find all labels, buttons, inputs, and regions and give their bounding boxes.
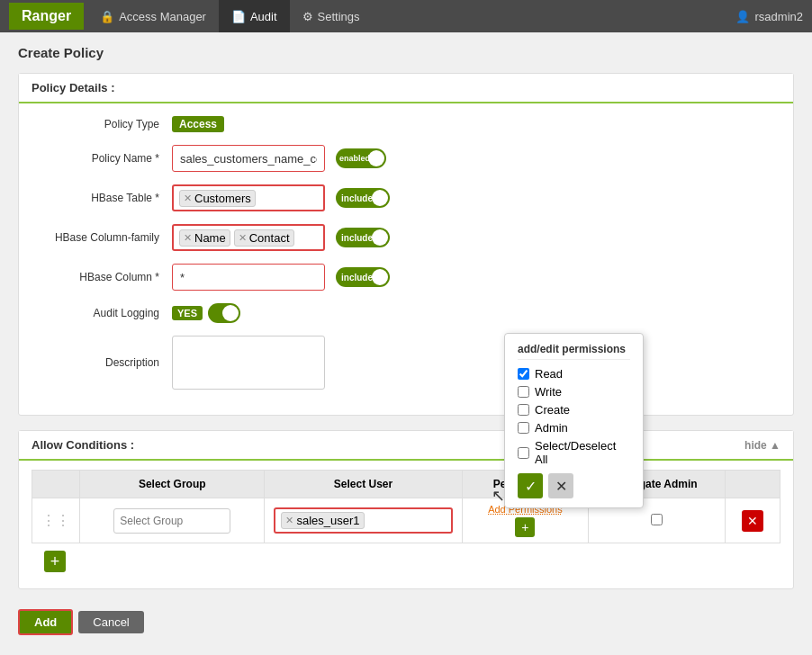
audit-logging-row: Audit Logging YES [37,303,775,323]
cancel-button[interactable]: Cancel [78,611,143,633]
audit-logging-toggle-group: YES [172,303,240,323]
table-row: ⋮⋮ ✕ sales_user1 [32,498,780,543]
hbase-table-label: HBase Table * [37,192,172,204]
admin-checkbox[interactable] [518,422,529,434]
hbase-column-row: HBase Column * include [37,264,775,291]
popup-select-deselect-row: Select/Deselect All [518,439,630,466]
select-group-cell [80,498,265,543]
read-checkbox[interactable] [518,368,529,380]
brand-logo[interactable]: Ranger [9,3,84,30]
policy-name-label: Policy Name * [37,152,172,165]
lock-icon: 🔒 [100,10,114,23]
description-textarea[interactable] [172,336,325,390]
delete-row-cell: ✕ [725,498,780,543]
drag-handle-cell: ⋮⋮ [32,498,80,543]
hbase-column-input[interactable] [172,264,325,291]
hbase-column-family-include-toggle[interactable]: include [336,228,390,247]
hbase-table-input[interactable]: ✕ Customers [172,184,325,211]
hbase-column-family-label: HBase Column-family [37,231,172,244]
add-row-button[interactable]: + [44,551,66,572]
create-label: Create [535,403,570,417]
policy-details-section: Policy Details : Policy Type Access Poli… [18,73,794,416]
yes-badge: YES [172,306,203,320]
document-icon: 📄 [231,10,246,23]
drag-col-header [32,471,80,498]
navbar: Ranger 🔒 Access Manager 📄 Audit ⚙ Settin… [0,0,812,32]
delete-row-button[interactable]: ✕ [742,510,763,532]
select-user-tag-sales-user1: ✕ sales_user1 [281,512,364,529]
nav-access-manager[interactable]: 🔒 Access Manager [87,0,219,32]
tag-x-icon[interactable]: ✕ [239,232,247,244]
footer-buttons: Add Cancel [18,604,794,641]
popup-actions: ✓ ✕ [518,473,630,498]
add-button[interactable]: Add [18,609,73,635]
popup-create-row: Create [518,403,630,417]
hbase-column-family-tag-name: ✕ Name [179,229,230,247]
hbase-column-family-row: HBase Column-family ✕ Name ✕ Contact inc… [37,224,775,251]
tag-x-icon[interactable]: ✕ [285,515,293,526]
policy-details-header: Policy Details : [19,74,793,103]
permissions-popup: add/edit permissions Read Write Create A… [504,333,644,508]
delegate-admin-checkbox[interactable] [651,514,663,525]
write-checkbox[interactable] [518,386,529,398]
policy-type-label: Policy Type [37,118,172,130]
description-row: Description [37,336,775,390]
hbase-table-include-toggle[interactable]: include [336,188,390,208]
tag-x-icon[interactable]: ✕ [184,193,192,204]
audit-logging-toggle[interactable] [208,303,240,323]
select-deselect-label: Select/Deselect All [535,439,630,466]
policy-type-row: Policy Type Access [37,116,775,132]
add-permissions-button[interactable]: + [515,517,535,537]
conditions-table: Select Group Select User Permissions Del… [32,470,780,543]
select-deselect-checkbox[interactable] [518,447,529,459]
user-info: 👤 rsadmin2 [735,10,803,23]
drag-handle-icon[interactable]: ⋮⋮ [41,513,70,528]
hbase-column-label: HBase Column * [37,271,172,283]
gear-icon: ⚙ [302,10,313,23]
hbase-column-family-input[interactable]: ✕ Name ✕ Contact [172,224,325,251]
policy-name-row: Policy Name * enabled [37,145,775,172]
policy-enabled-toggle[interactable]: enabled [336,148,386,168]
nav-audit[interactable]: 📄 Audit [219,0,290,32]
allow-conditions-section: Allow Conditions : hide ▲ Select Group S… [18,430,794,589]
delete-col-header [725,471,780,498]
tag-x-icon[interactable]: ✕ [184,232,192,244]
popup-read-row: Read [518,367,630,381]
audit-logging-label: Audit Logging [37,307,172,319]
select-user-input[interactable]: ✕ sales_user1 [274,507,452,534]
popup-admin-row: Admin [518,421,630,435]
user-icon: 👤 [735,10,750,23]
select-group-col-header: Select Group [80,471,265,498]
description-label: Description [37,356,172,369]
select-user-col-header: Select User [265,471,462,498]
admin-label: Admin [535,421,568,435]
policy-type-badge: Access [172,116,224,132]
popup-write-row: Write [518,385,630,399]
select-user-cell: ✕ sales_user1 [265,498,462,543]
create-checkbox[interactable] [518,404,529,416]
write-label: Write [535,385,562,399]
hbase-column-include-toggle[interactable]: include [336,267,390,287]
popup-ok-button[interactable]: ✓ [518,473,543,498]
policy-name-input[interactable] [172,145,325,172]
hide-link[interactable]: hide ▲ [744,439,780,452]
page-title: Create Policy [18,45,794,60]
nav-settings[interactable]: ⚙ Settings [290,0,373,32]
hbase-table-row: HBase Table * ✕ Customers include [37,184,775,211]
allow-conditions-header: Allow Conditions : hide ▲ [19,431,793,461]
hbase-table-tag-customers: ✕ Customers [179,190,256,207]
popup-title: add/edit permissions [518,343,630,360]
select-group-input[interactable] [113,508,230,534]
popup-cancel-button[interactable]: ✕ [548,473,573,498]
hbase-column-family-tag-contact: ✕ Contact [234,229,294,247]
read-label: Read [535,367,563,381]
